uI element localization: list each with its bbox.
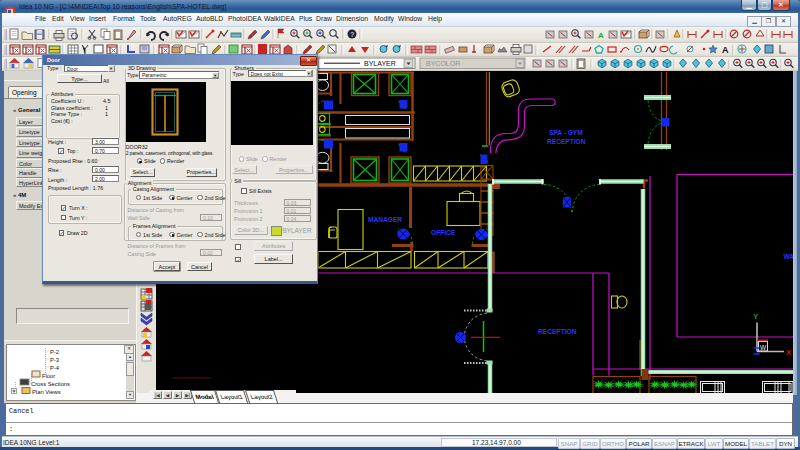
svg-text:Cross Sections: Cross Sections [31,381,70,387]
svg-text:Floor: Floor [42,373,55,379]
svg-text:Y: Y [753,312,759,321]
svg-text:P-3: P-3 [50,357,59,363]
svg-text:MANAGER: MANAGER [368,216,402,223]
svg-text:Plan Views: Plan Views [32,389,61,395]
svg-text:W: W [760,344,767,351]
svg-text:RECEPTION: RECEPTION [547,138,586,145]
svg-text:P-2: P-2 [50,349,59,355]
svg-text:?: ? [350,31,354,38]
svg-text:BYLAYER: BYLAYER [364,60,396,67]
svg-text:OFFICE: OFFICE [431,229,456,236]
svg-text:X: X [786,348,792,357]
svg-text:BYCOLOR: BYCOLOR [426,60,460,67]
svg-text:RECEPTION: RECEPTION [538,328,577,335]
svg-text:SPA - GYM: SPA - GYM [549,129,583,136]
svg-text:A: A [598,31,604,40]
svg-text:P-4: P-4 [50,365,60,371]
svg-text:A: A [722,45,729,55]
svg-text:WAIT: WAIT [784,253,794,260]
